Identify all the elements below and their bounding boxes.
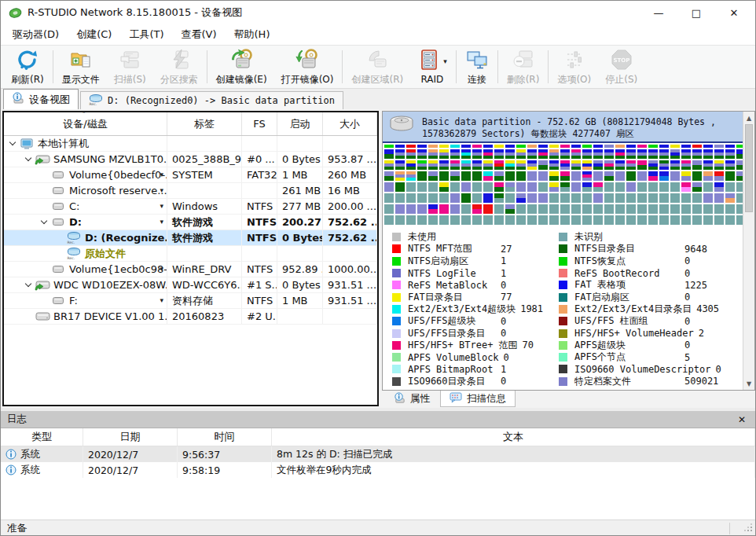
block-stripe <box>714 176 724 181</box>
scan-block-cell <box>736 204 743 214</box>
toolbar-button-create-region[interactable]: 创建区域(R) <box>344 47 410 86</box>
block-stripe <box>582 156 592 159</box>
log-column-date[interactable]: 日期 <box>83 428 178 446</box>
column-header-size[interactable]: 大小 <box>323 112 377 135</box>
toolbar-button-refresh[interactable]: 刷新(R) <box>4 47 51 86</box>
scan-block-cell <box>670 193 680 203</box>
block-stripe <box>725 156 735 159</box>
legend-swatch <box>559 233 567 241</box>
scan-block-cell <box>505 215 515 225</box>
block-stripe <box>549 193 559 203</box>
toolbar-button-open-image[interactable]: 打开镜像(O) <box>274 47 341 86</box>
dropdown-arrow-icon[interactable]: ▾ <box>160 171 163 178</box>
tree-row[interactable]: 本地计算机 <box>4 136 377 152</box>
tree-row[interactable]: BR17 DEVICE V1.00 1....20160823#2 U... <box>4 309 377 325</box>
scan-block-cell <box>714 193 724 203</box>
scan-block-cell <box>637 204 647 214</box>
toolbar-button-scan[interactable]: 扫描(S) <box>107 47 153 86</box>
block-stripe <box>692 204 702 214</box>
legend-item: ISO9660 VolumeDescriptor0 <box>559 363 743 375</box>
scan-block-cell <box>384 215 394 225</box>
tab-scan-information[interactable]: 扫描信息 <box>440 391 516 407</box>
tree-cell-fs: NTFS <box>242 262 277 277</box>
dropdown-arrow-icon[interactable]: ▾ <box>160 218 163 226</box>
block-stripe <box>571 156 581 159</box>
scan-block-cell <box>615 215 625 225</box>
scan-block-cell <box>461 215 471 225</box>
scan-block-cell <box>703 215 713 225</box>
menu-create[interactable]: 创建(C) <box>68 25 120 44</box>
toolbar-button-connect[interactable]: 连接 <box>458 47 496 86</box>
tab-recognized-partition[interactable]: Rec. D: (Recognized0) -> Basic data part… <box>80 91 343 109</box>
block-stripe <box>670 145 680 148</box>
tree-row[interactable]: Rec.原始文件 <box>4 246 377 262</box>
toolbar-button-partition-search[interactable]: 分区搜索 <box>153 47 205 86</box>
log-column-text[interactable]: 文本 <box>272 428 755 446</box>
log-column-time[interactable]: 时间 <box>178 428 272 446</box>
toolbar-button-options[interactable]: 选项(O) <box>550 47 598 86</box>
resize-grip-icon[interactable] <box>743 523 753 534</box>
scroll-thumb[interactable] <box>745 124 753 212</box>
legend-count: 0 <box>501 280 506 291</box>
block-stripe <box>505 215 515 225</box>
tree-row[interactable]: Volume{1ecb0c98-...▾WinRE_DRVNTFS952.89 … <box>4 262 377 277</box>
scan-block-cell <box>395 204 405 214</box>
scan-block-cell <box>450 193 460 203</box>
dropdown-arrow-icon[interactable]: ▾ <box>160 265 163 273</box>
column-header-boot[interactable]: 启动 <box>277 112 323 135</box>
toolbar-button-create-image[interactable]: 创建镜像(E) <box>209 47 274 86</box>
scan-blockmap[interactable] <box>383 143 743 225</box>
tree-row[interactable]: SAMSUNG MZVLB1T0...0025_388B_9...#0 ...0… <box>4 152 377 167</box>
tree-cell-label: 20160823 <box>167 309 242 324</box>
tab-properties[interactable]: 属性 <box>385 391 439 407</box>
menu-view[interactable]: 查看(V) <box>172 25 225 44</box>
block-stripe <box>494 215 504 225</box>
maximize-button[interactable]: □ <box>691 7 702 19</box>
scan-block-cell <box>703 193 713 203</box>
block-stripe <box>571 182 581 192</box>
tree-row[interactable]: WDC WD10EZEX-08W...WD-WCC6Y6...#1 S...0 … <box>4 277 377 293</box>
tree-row[interactable]: C:▾WindowsNTFS277 MB200.00 ... <box>4 199 377 215</box>
scan-block-cell <box>384 204 394 214</box>
close-button[interactable]: ✕ <box>728 7 739 19</box>
tree-row[interactable]: Microsoft reserve...▾261 MB16 MB <box>4 183 377 199</box>
dropdown-arrow-icon[interactable]: ▾ <box>443 57 447 65</box>
legend-count: 0 <box>501 316 506 327</box>
tree-expand-toggle[interactable] <box>39 221 50 223</box>
menu-help[interactable]: 帮助(H) <box>226 25 279 44</box>
scan-block-cell <box>560 149 570 159</box>
log-row[interactable]: 系统2020/12/79:56:378m 12s 的 D: 扫描已完成 <box>1 446 755 462</box>
toolbar-button-show-files[interactable]: 显示文件 <box>55 47 107 86</box>
dropdown-arrow-icon[interactable]: ▾ <box>160 186 163 194</box>
scan-scrollbar[interactable]: ▲ ▼ <box>743 112 754 390</box>
log-column-type[interactable]: 类型 <box>1 428 83 446</box>
toolbar-button-stop[interactable]: STOP停止(S) <box>598 47 644 86</box>
scan-block-cell <box>527 160 537 170</box>
legend-left: 未使用NTFS MFT范围27NTFS启动扇区1NTFS LogFile1ReF… <box>392 231 559 387</box>
minimize-button[interactable]: — <box>653 7 664 19</box>
dropdown-arrow-icon[interactable]: ▾ <box>160 296 163 304</box>
log-row[interactable]: 系统2020/12/79:58:19文件枚举在9秒内完成 <box>1 462 755 478</box>
menu-drive[interactable]: 驱动器(D) <box>4 25 68 44</box>
column-header-fs[interactable]: FS <box>242 112 277 135</box>
log-close-icon[interactable]: ✕ <box>735 414 749 425</box>
scan-block-cell <box>439 204 449 214</box>
tree-expand-toggle[interactable] <box>23 158 34 160</box>
toolbar-button-delete[interactable]: 删除(R) <box>500 47 547 86</box>
scroll-up-icon[interactable]: ▲ <box>743 112 754 123</box>
scroll-down-icon[interactable]: ▼ <box>743 378 754 389</box>
dropdown-arrow-icon[interactable]: ▾ <box>160 202 163 210</box>
block-stripe <box>604 193 614 203</box>
tree-row[interactable]: F:▾资料存储NTFS1 MB931.51 ... <box>4 293 377 309</box>
menu-tools[interactable]: 工具(T) <box>120 25 172 44</box>
toolbar-button-raid[interactable]: ▾RAID <box>410 47 454 86</box>
tree-row[interactable]: Volume{0bedecf0-...▾SYSTEMFAT321 MB260 M… <box>4 167 377 183</box>
block-stripe <box>736 204 743 214</box>
tree-expand-toggle[interactable] <box>23 284 34 286</box>
tree-row[interactable]: D:▾软件游戏NTFS200.27 ...752.62 ... <box>4 215 377 230</box>
column-header-label[interactable]: 标签 <box>167 112 242 135</box>
tree-expand-toggle[interactable] <box>7 142 18 145</box>
tab-device-view[interactable]: 设备视图 <box>3 89 79 109</box>
column-header-device[interactable]: ˆ 设备/磁盘 <box>4 112 167 135</box>
tree-row[interactable]: Rec.D: (Recognize...软件游戏NTFS0 Bytes752.6… <box>4 230 377 246</box>
